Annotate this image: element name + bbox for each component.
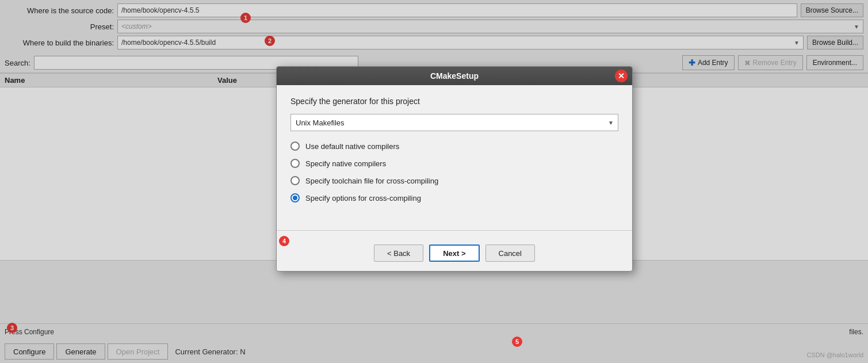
radio-item-4[interactable]: Specify options for cross-compiling xyxy=(290,193,618,202)
generator-select-wrapper: Unix Makefiles Ninja Ninja Multi-Config … xyxy=(290,114,618,131)
dialog-titlebar: CMakeSetup ✕ xyxy=(277,67,632,85)
generator-select-row: Unix Makefiles Ninja Ninja Multi-Config … xyxy=(290,114,618,131)
cmake-window: Where is the source code: Browse Source.… xyxy=(0,0,868,363)
generator-select[interactable]: Unix Makefiles Ninja Ninja Multi-Config xyxy=(290,114,618,131)
radio-group: Use default native compilers Specify nat… xyxy=(290,142,618,202)
back-button[interactable]: < Back xyxy=(374,244,423,262)
radio-item-3[interactable]: Specify toolchain file for cross-compili… xyxy=(290,176,618,185)
radio-input-1[interactable] xyxy=(290,142,300,151)
radio-input-2[interactable] xyxy=(290,159,300,168)
radio-input-3[interactable] xyxy=(290,176,300,185)
dialog-divider xyxy=(277,230,632,231)
badge-5: 5 xyxy=(512,337,522,347)
dialog-body: Specify the generator for this project U… xyxy=(277,85,632,223)
radio-label-2: Specify native compilers xyxy=(305,159,386,168)
radio-label-1: Use default native compilers xyxy=(305,142,399,151)
dialog-title: CMakeSetup xyxy=(430,71,479,81)
badge-4: 4 xyxy=(279,236,289,246)
radio-item-1[interactable]: Use default native compilers xyxy=(290,142,618,151)
cmake-setup-dialog: CMakeSetup ✕ Specify the generator for t… xyxy=(276,66,633,272)
cancel-button[interactable]: Cancel xyxy=(485,244,535,262)
next-button[interactable]: Next > xyxy=(429,244,479,262)
radio-item-2[interactable]: Specify native compilers xyxy=(290,159,618,168)
dialog-close-button[interactable]: ✕ xyxy=(615,70,628,82)
radio-label-3: Specify toolchain file for cross-compili… xyxy=(305,177,438,185)
radio-input-4[interactable] xyxy=(290,193,300,202)
dialog-subtitle: Specify the generator for this project xyxy=(290,97,618,106)
dialog-footer: < Back Next > Cancel xyxy=(277,238,632,271)
radio-dot-4 xyxy=(293,196,297,200)
radio-label-4: Specify options for cross-compiling xyxy=(305,194,421,202)
